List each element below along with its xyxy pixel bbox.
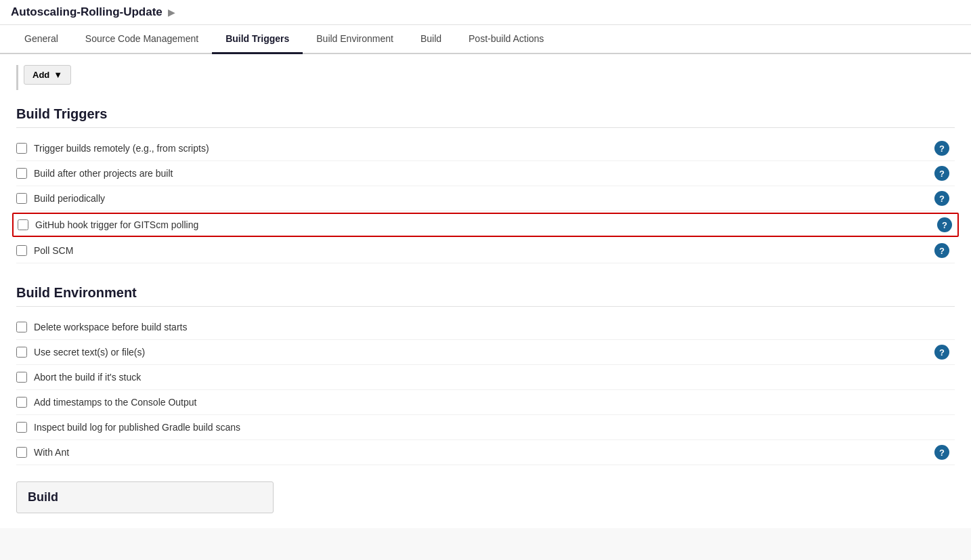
label-use-secret: Use secret text(s) or file(s) — [34, 347, 955, 358]
label-delete-workspace: Delete workspace before build starts — [34, 322, 955, 332]
checkbox-delete-workspace[interactable] — [16, 322, 27, 332]
checkbox-add-timestamps[interactable] — [16, 397, 27, 408]
label-build-periodically: Build periodically — [34, 193, 955, 204]
add-arrow-icon: ▼ — [53, 70, 62, 80]
checkbox-use-secret[interactable] — [16, 347, 27, 358]
checkbox-row-delete-workspace: Delete workspace before build starts — [16, 315, 955, 340]
build-triggers-section: Build Triggers Trigger builds remotely (… — [16, 106, 955, 263]
breadcrumb-arrow: ▶ — [168, 7, 175, 18]
toolbar-row: Add ▼ — [16, 65, 955, 90]
help-icon-github-hook-trigger[interactable]: ? — [937, 217, 952, 232]
checkbox-build-after-other[interactable] — [16, 168, 27, 179]
checkbox-row-with-ant: With Ant? — [16, 440, 955, 465]
tab-source-code-management[interactable]: Source Code Management — [72, 25, 212, 54]
checkbox-with-ant[interactable] — [16, 447, 27, 458]
build-environment-section: Build Environment Delete workspace befor… — [16, 285, 955, 465]
build-triggers-title: Build Triggers — [16, 106, 955, 128]
checkbox-row-build-periodically: Build periodically? — [16, 186, 955, 211]
label-abort-stuck: Abort the build if it's stuck — [34, 372, 955, 383]
tab-general[interactable]: General — [11, 25, 72, 54]
breadcrumb-bar: Autoscaling-Rolling-Update ▶ — [0, 0, 971, 25]
help-icon-with-ant[interactable]: ? — [934, 445, 949, 460]
label-github-hook-trigger: GitHub hook trigger for GITScm polling — [35, 219, 953, 230]
checkbox-row-abort-stuck: Abort the build if it's stuck — [16, 365, 955, 390]
add-label: Add — [33, 70, 49, 80]
checkbox-github-hook-trigger[interactable] — [18, 219, 28, 230]
tab-build-triggers[interactable]: Build Triggers — [212, 25, 303, 54]
checkbox-row-trigger-remote: Trigger builds remotely (e.g., from scri… — [16, 136, 955, 161]
tab-build[interactable]: Build — [407, 25, 455, 54]
label-add-timestamps: Add timestamps to the Console Output — [34, 397, 955, 408]
checkbox-build-periodically[interactable] — [16, 193, 27, 204]
build-environment-list: Delete workspace before build startsUse … — [16, 315, 955, 465]
help-icon-trigger-remote[interactable]: ? — [934, 141, 949, 156]
checkbox-trigger-remote[interactable] — [16, 143, 27, 154]
checkbox-row-use-secret: Use secret text(s) or file(s)? — [16, 340, 955, 365]
help-icon-build-periodically[interactable]: ? — [934, 191, 949, 206]
label-inspect-build-log: Inspect build log for published Gradle b… — [34, 422, 955, 433]
build-environment-title: Build Environment — [16, 285, 955, 307]
checkbox-abort-stuck[interactable] — [16, 372, 27, 383]
label-build-after-other: Build after other projects are built — [34, 168, 955, 179]
help-icon-poll-scm[interactable]: ? — [934, 243, 949, 258]
build-section-preview: Build — [16, 481, 274, 513]
tab-build-environment[interactable]: Build Environment — [303, 25, 407, 54]
build-preview-title: Build — [28, 490, 262, 504]
help-icon-build-after-other[interactable]: ? — [934, 166, 949, 181]
breadcrumb-title: Autoscaling-Rolling-Update — [11, 5, 163, 19]
tab-post-build-actions[interactable]: Post-build Actions — [455, 25, 557, 54]
checkbox-row-github-hook-trigger: GitHub hook trigger for GITScm polling? — [12, 213, 959, 237]
checkbox-row-poll-scm: Poll SCM? — [16, 238, 955, 263]
label-poll-scm: Poll SCM — [34, 245, 955, 256]
label-trigger-remote: Trigger builds remotely (e.g., from scri… — [34, 143, 955, 154]
build-triggers-list: Trigger builds remotely (e.g., from scri… — [16, 136, 955, 263]
label-with-ant: With Ant — [34, 447, 955, 458]
tabs-bar: GeneralSource Code ManagementBuild Trigg… — [0, 25, 971, 54]
main-content: Add ▼ Build Triggers Trigger builds remo… — [0, 54, 971, 528]
checkbox-inspect-build-log[interactable] — [16, 422, 27, 433]
checkbox-row-build-after-other: Build after other projects are built? — [16, 161, 955, 186]
checkbox-poll-scm[interactable] — [16, 245, 27, 256]
add-button[interactable]: Add ▼ — [24, 65, 71, 85]
help-icon-use-secret[interactable]: ? — [934, 345, 949, 360]
checkbox-row-add-timestamps: Add timestamps to the Console Output — [16, 390, 955, 415]
checkbox-row-inspect-build-log: Inspect build log for published Gradle b… — [16, 415, 955, 440]
